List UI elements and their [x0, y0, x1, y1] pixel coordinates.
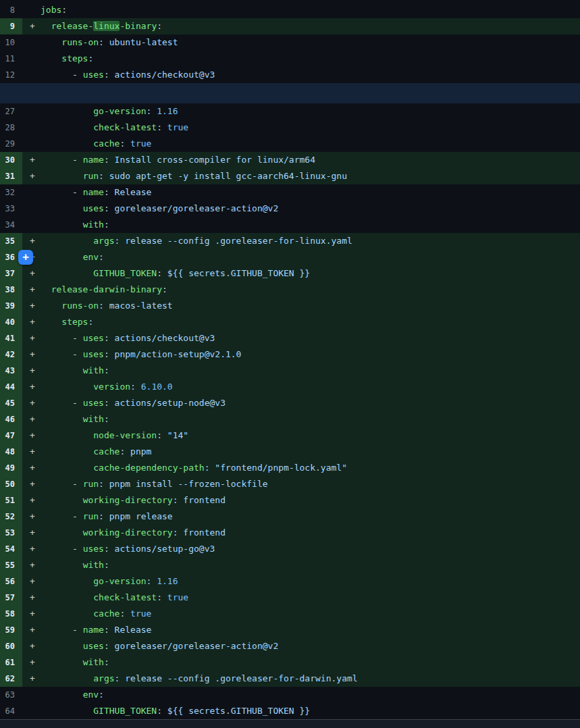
- line-number[interactable]: 46: [0, 411, 22, 427]
- line-number[interactable]: 35: [0, 233, 22, 249]
- code-segment: [41, 608, 93, 619]
- line-number[interactable]: 44: [0, 379, 22, 395]
- code-segment: "frontend/pnpm-lock.yaml": [209, 463, 347, 473]
- code-segment: pnpm: [125, 446, 151, 457]
- line-number[interactable]: 27: [0, 103, 22, 120]
- diff-added-marker: +: [22, 18, 41, 34]
- line-number[interactable]: 40: [0, 314, 22, 330]
- code-segment: [41, 106, 93, 116]
- code-segment: :: [104, 641, 109, 651]
- diff-added-marker: [22, 103, 41, 120]
- code-text: - run: pnpm release: [41, 509, 580, 525]
- code-segment: -: [41, 544, 83, 554]
- line-number[interactable]: 54: [0, 541, 22, 557]
- code-segment: [41, 382, 93, 392]
- line-number[interactable]: 59: [0, 622, 22, 638]
- code-segment: check-latest: [93, 592, 157, 602]
- line-number[interactable]: 33: [0, 201, 22, 217]
- line-number[interactable]: 12: [0, 67, 22, 83]
- code-segment: steps: [61, 317, 88, 327]
- line-number[interactable]: 50: [0, 476, 22, 492]
- diff-line-60: 60+ uses: goreleaser/goreleaser-action@v…: [0, 638, 580, 654]
- line-number[interactable]: 56: [0, 573, 22, 590]
- code-segment: run: [83, 171, 99, 181]
- line-number[interactable]: 53: [0, 525, 22, 541]
- line-number[interactable]: 32: [0, 184, 22, 201]
- code-segment: :: [99, 479, 104, 489]
- line-number[interactable]: 55: [0, 557, 22, 573]
- code-segment: :: [162, 284, 167, 294]
- code-segment: -binary: [120, 21, 157, 31]
- diff-added-marker: [22, 217, 41, 233]
- line-number[interactable]: 47: [0, 427, 22, 444]
- code-segment: GITHUB_TOKEN: [93, 706, 157, 716]
- line-number[interactable]: 57: [0, 590, 22, 606]
- line-number[interactable]: 8: [0, 2, 22, 18]
- code-segment: [41, 21, 51, 31]
- line-number[interactable]: 52: [0, 509, 22, 525]
- code-segment: :: [104, 349, 109, 359]
- line-number[interactable]: 60: [0, 638, 22, 654]
- code-segment: :: [99, 37, 104, 47]
- diff-line-35: 35+ args: release --config .goreleaser-f…: [0, 233, 580, 249]
- diff-added-marker: [22, 201, 41, 217]
- line-number[interactable]: 62: [0, 671, 22, 687]
- diff-added-marker: +: [22, 330, 41, 346]
- line-number[interactable]: 63: [0, 687, 22, 703]
- line-number[interactable]: 31: [0, 168, 22, 184]
- code-segment: :: [104, 187, 109, 197]
- line-number[interactable]: 10: [0, 34, 22, 51]
- code-text: - uses: actions/checkout@v3: [41, 330, 580, 346]
- diff-added-marker: +: [22, 314, 41, 330]
- code-segment: uses: [83, 349, 104, 359]
- code-segment: :: [173, 495, 178, 505]
- diff-added-marker: +: [22, 444, 41, 460]
- line-number[interactable]: 64: [0, 703, 22, 719]
- add-comment-button[interactable]: +: [18, 250, 33, 265]
- line-number[interactable]: 11: [0, 51, 22, 67]
- code-segment: -: [41, 479, 83, 489]
- line-number[interactable]: 49: [0, 460, 22, 476]
- code-segment: :: [99, 301, 104, 311]
- line-number[interactable]: 28: [0, 120, 22, 136]
- code-text: with:: [41, 411, 580, 427]
- code-segment: [41, 592, 93, 602]
- line-number[interactable]: 37: [0, 265, 22, 282]
- line-number[interactable]: 39: [0, 298, 22, 314]
- code-text: runs-on: ubuntu-latest: [41, 34, 580, 51]
- code-segment: working-directory: [83, 495, 173, 505]
- line-number[interactable]: 45: [0, 395, 22, 411]
- line-number[interactable]: 38: [0, 282, 22, 298]
- line-number[interactable]: 29: [0, 136, 22, 152]
- line-number[interactable]: 51: [0, 492, 22, 509]
- line-number[interactable]: 48: [0, 444, 22, 460]
- line-number[interactable]: 58: [0, 606, 22, 622]
- diff-added-marker: +: [22, 638, 41, 654]
- line-number[interactable]: 9: [0, 18, 22, 34]
- code-segment: uses: [83, 398, 104, 408]
- code-text: cache: true: [41, 136, 580, 152]
- code-text: uses: goreleaser/goreleaser-action@v2: [41, 638, 580, 654]
- code-segment: frontend: [178, 527, 226, 538]
- line-number[interactable]: 34: [0, 217, 22, 233]
- code-segment: [41, 430, 93, 440]
- expand-collapsed-lines-row[interactable]: [0, 83, 580, 103]
- code-segment: [41, 560, 83, 570]
- code-segment: args: [93, 673, 114, 683]
- diff-added-marker: +: [22, 379, 41, 395]
- line-number[interactable]: 43: [0, 363, 22, 379]
- code-segment: cache: [93, 446, 120, 457]
- code-segment: steps: [61, 53, 88, 63]
- line-number[interactable]: 30: [0, 152, 22, 168]
- line-number[interactable]: 42: [0, 346, 22, 363]
- code-text: - uses: actions/checkout@v3: [41, 67, 580, 83]
- code-segment: :: [104, 70, 109, 80]
- diff-added-marker: +: [22, 168, 41, 184]
- line-number[interactable]: 61: [0, 654, 22, 671]
- code-segment: goreleaser/goreleaser-action@v2: [109, 641, 278, 651]
- code-text: release-darwin-binary:: [41, 282, 580, 298]
- diff-added-marker: +: [22, 460, 41, 476]
- code-segment: run: [83, 479, 99, 489]
- line-number[interactable]: 41: [0, 330, 22, 346]
- diff-line-44: 44+ version: 6.10.0: [0, 379, 580, 395]
